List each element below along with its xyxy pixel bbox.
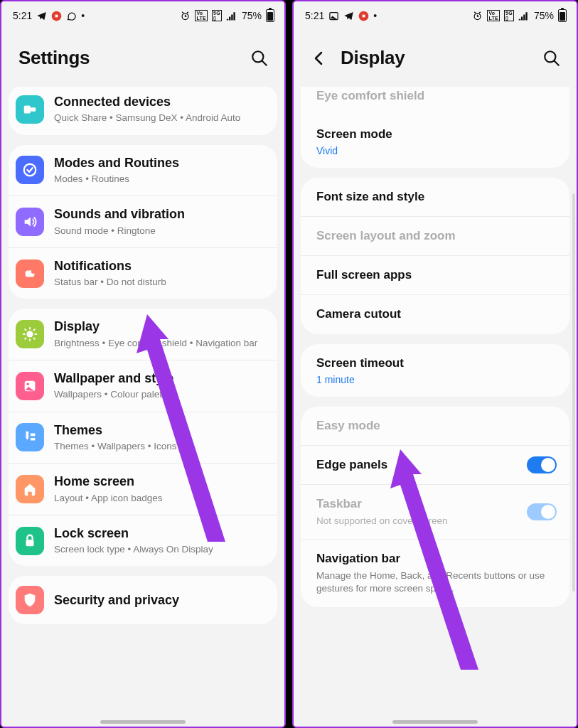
- row-title: Screen timeout: [316, 355, 554, 371]
- battery-pct: 75%: [534, 10, 554, 21]
- signal-icon: [518, 11, 530, 21]
- row-themes[interactable]: Themes Themes • Wallpapers • Icons: [9, 412, 277, 464]
- row-security[interactable]: Security and privacy: [9, 576, 277, 624]
- signal-icon: [226, 11, 237, 21]
- svg-rect-12: [26, 540, 34, 546]
- telegram-icon: [343, 11, 354, 21]
- svg-rect-4: [24, 105, 31, 113]
- row-sub: Status bar • Do not disturb: [54, 276, 270, 289]
- battery-icon: [266, 9, 274, 22]
- settings-scroll[interactable]: Connected devices Quick Share • Samsung …: [1, 87, 284, 727]
- row-title: Connected devices: [54, 94, 270, 110]
- row-title: Home screen: [54, 473, 270, 490]
- header: Settings: [1, 30, 284, 82]
- svg-point-8: [31, 269, 36, 274]
- row-sounds[interactable]: Sounds and vibration Sound mode • Ringto…: [9, 196, 277, 247]
- row-sub: Themes • Wallpapers • Icons: [54, 440, 270, 453]
- row-title: Easy mode: [316, 418, 554, 434]
- row-full-screen-apps[interactable]: Full screen apps: [301, 255, 569, 294]
- back-icon[interactable]: [311, 50, 328, 67]
- row-value: 1 minute: [316, 374, 554, 385]
- clock: 5:21: [305, 10, 324, 21]
- row-title: Display: [54, 318, 270, 335]
- row-lock-screen[interactable]: Lock screen Screen lock type • Always On…: [9, 515, 277, 567]
- modes-icon: [16, 156, 44, 184]
- row-wallpaper[interactable]: Wallpaper and style Wallpapers • Colour …: [9, 360, 277, 412]
- row-title: Lock screen: [54, 525, 270, 542]
- volte-icon: VoLTE: [195, 10, 208, 21]
- record-icon: [51, 11, 62, 21]
- row-sub: Not supported on cover screen: [316, 515, 554, 528]
- row-sub: Manage the Home, Back, and Recents butto…: [316, 569, 554, 595]
- row-camera-cutout[interactable]: Camera cutout: [301, 294, 569, 333]
- scrollbar[interactable]: [572, 193, 575, 592]
- display-icon: [16, 320, 44, 348]
- row-title: Security and privacy: [54, 592, 270, 609]
- battery-pct: 75%: [242, 10, 262, 21]
- page-title: Display: [341, 47, 405, 69]
- row-eye-comfort[interactable]: Eye comfort shield: [301, 87, 569, 115]
- row-sub: Modes • Routines: [54, 173, 270, 186]
- svg-rect-1: [55, 14, 58, 17]
- phone-settings: 5:21 • VoLTE 5G▯ 75% Settings: [0, 0, 286, 728]
- more-dot: •: [81, 10, 85, 21]
- row-sub: Sound mode • Ringtone: [54, 225, 270, 237]
- row-title: Navigation bar: [316, 551, 554, 567]
- phone-display: 5:21 • VoLTE 5G▯ 75% Display: [292, 0, 578, 728]
- record-icon: [358, 11, 369, 21]
- row-taskbar: Taskbar Not supported on cover screen: [301, 484, 569, 539]
- alarm-icon: [472, 11, 483, 21]
- row-sub: Screen lock type • Always On Display: [54, 543, 270, 556]
- row-sub: Brightness • Eye comfort shield • Naviga…: [54, 337, 270, 350]
- connected-devices-icon: [16, 95, 44, 124]
- row-value: Vivid: [316, 145, 554, 156]
- row-title: Taskbar: [316, 496, 554, 512]
- themes-icon: [16, 423, 44, 451]
- row-easy-mode[interactable]: Easy mode: [301, 407, 569, 445]
- battery-icon: [558, 9, 567, 22]
- row-home-screen[interactable]: Home screen Layout • App icon badges: [9, 463, 277, 515]
- wallpaper-icon: [16, 372, 44, 400]
- row-title: Notifications: [54, 258, 270, 274]
- row-title: Sounds and vibration: [54, 206, 270, 223]
- row-font-size[interactable]: Font size and style: [301, 178, 569, 216]
- row-connected-devices[interactable]: Connected devices Quick Share • Samsung …: [9, 87, 277, 135]
- lock-icon: [16, 527, 44, 555]
- row-title: Screen layout and zoom: [316, 228, 554, 244]
- row-navigation-bar[interactable]: Navigation bar Manage the Home, Back, an…: [301, 539, 569, 607]
- row-screen-timeout[interactable]: Screen timeout 1 minute: [301, 344, 569, 397]
- row-title: Edge panels: [316, 457, 554, 473]
- search-icon[interactable]: [542, 49, 561, 68]
- telegram-icon: [36, 11, 47, 21]
- row-notifications[interactable]: Notifications Status bar • Do not distur…: [9, 247, 277, 299]
- row-edge-panels[interactable]: Edge panels: [301, 445, 569, 484]
- svg-rect-5: [31, 107, 36, 112]
- nav-pill[interactable]: [100, 720, 186, 724]
- image-icon: [328, 11, 339, 21]
- row-modes-routines[interactable]: Modes and Routines Modes • Routines: [9, 145, 277, 196]
- row-screen-mode[interactable]: Screen mode Vivid: [301, 115, 569, 168]
- svg-point-9: [26, 331, 33, 338]
- row-title: Eye comfort shield: [316, 88, 554, 104]
- row-title: Full screen apps: [316, 267, 554, 283]
- row-sub: Layout • App icon badges: [54, 492, 270, 505]
- nav-pill[interactable]: [392, 720, 478, 724]
- row-title: Camera cutout: [316, 306, 554, 322]
- row-display[interactable]: Display Brightness • Eye comfort shield …: [9, 309, 277, 360]
- fiveg-icon: 5G▯: [212, 10, 222, 21]
- more-dot: •: [373, 10, 377, 21]
- row-sub: Wallpapers • Colour palette: [54, 388, 270, 401]
- whatsapp-icon: [66, 11, 77, 21]
- row-screen-layout[interactable]: Screen layout and zoom: [301, 216, 569, 255]
- display-scroll[interactable]: Eye comfort shield Screen mode Vivid Fon…: [294, 87, 577, 727]
- security-icon: [16, 586, 44, 614]
- toggle-taskbar: [527, 503, 557, 520]
- status-bar: 5:21 • VoLTE 5G▯ 75%: [1, 1, 284, 30]
- row-title: Modes and Routines: [54, 155, 270, 171]
- svg-point-11: [26, 382, 29, 385]
- svg-rect-15: [363, 14, 365, 17]
- sound-icon: [16, 208, 44, 236]
- search-icon[interactable]: [250, 49, 269, 68]
- toggle-edge-panels[interactable]: [527, 456, 557, 473]
- fiveg-icon: 5G▯: [504, 10, 514, 21]
